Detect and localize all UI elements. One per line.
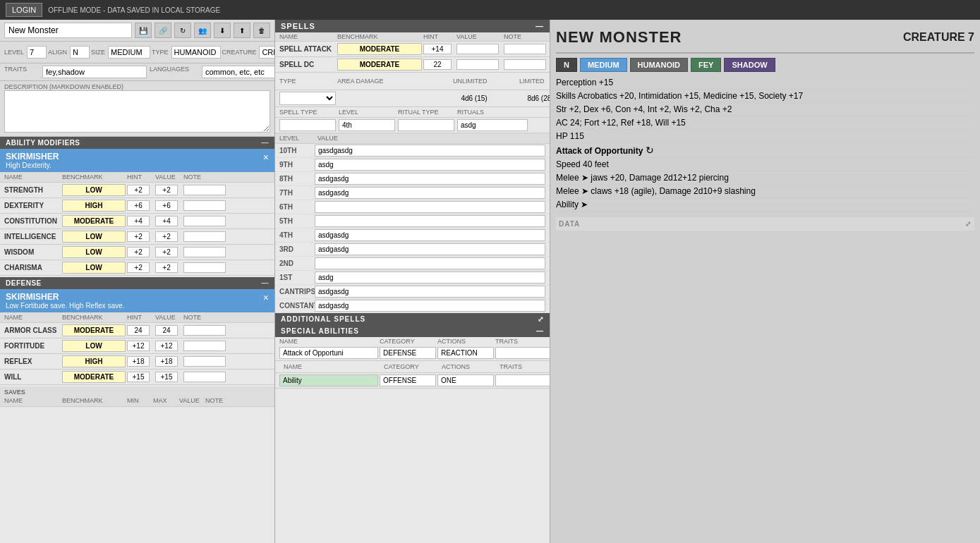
upload-icon[interactable]: ⬆ <box>234 23 250 38</box>
spells-collapse[interactable]: — <box>536 22 544 30</box>
ability-value[interactable] <box>155 231 178 242</box>
defense-hint[interactable] <box>127 356 150 367</box>
ability-benchmark[interactable]: MODERATE <box>62 215 126 227</box>
defense-hint[interactable] <box>127 341 150 351</box>
ability-note[interactable] <box>183 200 226 211</box>
ability-benchmark[interactable]: HIGH <box>62 200 126 212</box>
size-input[interactable] <box>108 46 150 59</box>
spell-level-value[interactable] <box>315 145 545 157</box>
ability-hint[interactable] <box>127 216 150 226</box>
defense-hint[interactable] <box>127 372 150 382</box>
ability-hint[interactable] <box>127 231 150 242</box>
defense-note[interactable] <box>183 356 226 367</box>
special-collapse[interactable]: — <box>536 327 544 335</box>
ability-value[interactable] <box>155 185 178 195</box>
ability-value[interactable] <box>155 216 178 226</box>
defense-value[interactable] <box>155 372 178 382</box>
refresh-icon[interactable]: ↻ <box>174 23 191 38</box>
ability-hint[interactable] <box>127 185 150 195</box>
spell-level-value[interactable] <box>315 187 545 199</box>
sa-traits[interactable] <box>495 347 550 359</box>
sa-name[interactable] <box>279 347 378 359</box>
monster-tag[interactable]: MEDIUM <box>580 58 627 72</box>
save-local-icon[interactable]: 💾 <box>135 23 152 38</box>
ability-value[interactable] <box>155 262 178 273</box>
defense-value[interactable] <box>155 325 178 336</box>
spell-attack-value[interactable] <box>456 44 499 54</box>
spell-level-input[interactable] <box>339 119 395 131</box>
sa2-category[interactable] <box>380 374 436 386</box>
spell-level-value[interactable] <box>315 159 545 171</box>
defense-note[interactable] <box>183 341 226 351</box>
ability-hint[interactable] <box>127 247 150 257</box>
spell-dc-value[interactable] <box>456 59 499 70</box>
align-input[interactable] <box>70 46 90 59</box>
ability-benchmark[interactable]: LOW <box>62 262 126 274</box>
defense-benchmark[interactable]: LOW <box>62 340 126 352</box>
additional-expand[interactable]: ⤢ <box>538 315 544 323</box>
description-textarea[interactable] <box>4 90 270 133</box>
defense-value[interactable] <box>155 341 178 351</box>
defense-benchmark[interactable]: MODERATE <box>62 371 126 383</box>
spell-level-value[interactable] <box>315 272 545 283</box>
spell-type-input[interactable] <box>279 119 336 131</box>
defense-note[interactable] <box>183 325 226 336</box>
sa-category[interactable] <box>380 347 436 359</box>
users-icon[interactable]: 👥 <box>194 23 211 38</box>
monster-tag[interactable]: FEY <box>691 58 721 72</box>
languages-input[interactable] <box>202 66 275 78</box>
type-input[interactable] <box>171 46 221 59</box>
spell-level-value[interactable] <box>315 201 545 213</box>
skirmisher2-close[interactable]: × <box>263 292 269 303</box>
skirmisher-close[interactable]: × <box>263 152 269 163</box>
link-icon[interactable]: 🔗 <box>155 23 171 38</box>
ability-value[interactable] <box>155 247 178 257</box>
ability-hint[interactable] <box>127 262 150 273</box>
monster-tag[interactable]: SHADOW <box>724 58 775 72</box>
spell-dc-note[interactable] <box>504 59 546 70</box>
delete-icon[interactable]: 🗑 <box>253 23 270 38</box>
ability-benchmark[interactable]: LOW <box>62 184 126 196</box>
spell-type-select[interactable] <box>279 92 336 105</box>
spell-level-value[interactable] <box>315 286 545 298</box>
ability-note[interactable] <box>183 185 226 195</box>
defense-note[interactable] <box>183 372 226 382</box>
login-button[interactable]: LOGIN <box>6 3 42 17</box>
spell-attack-hint[interactable] <box>423 44 452 54</box>
spell-dc-benchmark[interactable]: MODERATE <box>337 59 422 71</box>
ability-note[interactable] <box>183 247 226 257</box>
spell-level-value[interactable] <box>315 243 545 255</box>
defense-hint[interactable] <box>127 325 150 336</box>
ability-collapse-btn[interactable]: — <box>262 139 270 147</box>
spell-level-value[interactable] <box>315 257 545 269</box>
spell-level-value[interactable] <box>315 215 545 227</box>
ability-hint[interactable] <box>127 200 150 211</box>
sa2-name[interactable] <box>279 374 378 386</box>
defense-value[interactable] <box>155 356 178 367</box>
spell-level-value[interactable] <box>315 229 545 241</box>
defense-collapse-btn[interactable]: — <box>262 279 270 287</box>
monster-tag[interactable]: N <box>556 58 577 72</box>
spell-level-value[interactable] <box>315 300 545 312</box>
spell-attack-note[interactable] <box>504 44 546 54</box>
ritual-type-input[interactable] <box>398 119 454 131</box>
ability-note[interactable] <box>183 216 226 226</box>
ability-benchmark[interactable]: LOW <box>62 231 126 243</box>
level-input[interactable] <box>27 46 47 59</box>
sa-actions[interactable] <box>437 347 494 359</box>
monster-tag[interactable]: HUMANOID <box>630 58 689 72</box>
download-icon[interactable]: ⬇ <box>214 23 231 38</box>
sa2-actions[interactable] <box>437 374 494 386</box>
defense-benchmark[interactable]: HIGH <box>62 355 126 367</box>
ability-note[interactable] <box>183 231 226 242</box>
spell-level-value[interactable] <box>315 173 545 185</box>
creature-type-input[interactable] <box>259 46 275 59</box>
rituals-input[interactable] <box>457 119 528 131</box>
ability-benchmark[interactable]: LOW <box>62 246 126 258</box>
spell-dc-hint[interactable] <box>423 59 452 70</box>
data-expand[interactable]: ⤢ <box>965 220 972 228</box>
traits-input[interactable] <box>42 66 147 78</box>
monster-name-input[interactable] <box>4 23 132 38</box>
ability-value[interactable] <box>155 200 178 211</box>
ability-note[interactable] <box>183 262 226 273</box>
